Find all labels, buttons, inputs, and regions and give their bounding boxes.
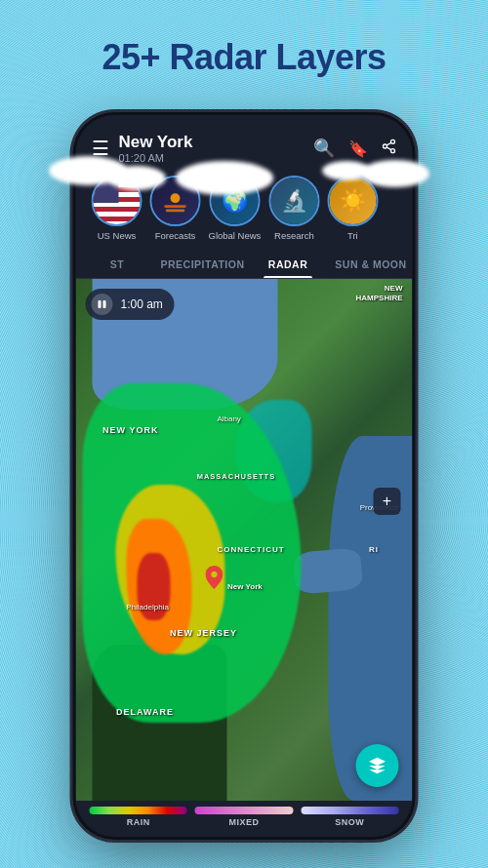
- channel-forecasts[interactable]: Forecasts: [150, 176, 201, 241]
- tab-radar[interactable]: RADAR: [247, 251, 330, 278]
- water-long-island-sound: [293, 547, 363, 595]
- channel-circle-tri: ☀️: [327, 176, 378, 226]
- time-control[interactable]: 1:00 am: [86, 289, 175, 320]
- time-display: 01:20 AM: [119, 152, 193, 164]
- channel-circle-us-news: [92, 176, 142, 226]
- layers-button[interactable]: [356, 744, 399, 787]
- research-icon: 🔬: [270, 178, 317, 224]
- playback-time: 1:00 am: [121, 297, 163, 311]
- svg-point-5: [171, 193, 181, 203]
- hamburger-icon[interactable]: ☰: [92, 137, 109, 160]
- city-name: New York: [119, 133, 193, 152]
- forecast-icon: [152, 178, 199, 224]
- header-left: ☰ New York 01:20 AM: [92, 133, 193, 164]
- channel-label-global-news: Global News: [209, 230, 262, 241]
- channel-circle-research: 🔬: [268, 176, 319, 226]
- bookmark-icon[interactable]: 🔖: [348, 139, 368, 158]
- phone-content: ☰ New York 01:20 AM 🔍 🔖: [76, 115, 413, 837]
- legend-snow-label: SNOW: [335, 817, 364, 827]
- label-ri: RI: [369, 545, 379, 554]
- legend-rain-gradient: [90, 807, 187, 814]
- share-icon[interactable]: [382, 138, 397, 158]
- search-icon[interactable]: 🔍: [313, 138, 335, 159]
- svg-line-4: [386, 142, 391, 145]
- page-title: 25+ Radar Layers: [0, 37, 488, 78]
- tab-st[interactable]: ST: [76, 251, 159, 278]
- channel-research[interactable]: 🔬 Research: [268, 176, 319, 241]
- legend-mixed-gradient: [195, 807, 293, 814]
- phone-header: ☰ New York 01:20 AM 🔍 🔖: [76, 115, 413, 251]
- channel-us-news[interactable]: US News: [92, 176, 142, 241]
- global-icon: 🌍: [211, 178, 258, 224]
- label-philadelphia: Philadelphia: [126, 603, 169, 612]
- us-flag-icon: [94, 178, 141, 224]
- header-icons: 🔍 🔖: [313, 138, 397, 159]
- label-delaware: DELAWARE: [116, 707, 174, 717]
- svg-rect-8: [99, 300, 102, 308]
- svg-rect-7: [166, 209, 185, 212]
- header-top-bar: ☰ New York 01:20 AM 🔍 🔖: [92, 133, 397, 164]
- channel-circle-global-news: 🌍: [209, 176, 260, 226]
- pin-label: New York: [227, 582, 263, 591]
- svg-rect-6: [164, 205, 185, 208]
- map-area[interactable]: 1:00 am NEW YORK NEWHAMPSHIRE MASSACHUSE…: [76, 279, 413, 801]
- channels-row: US News Forecasts: [92, 176, 397, 251]
- tab-precipitation[interactable]: PRECIPITATION: [158, 251, 246, 278]
- pause-button[interactable]: [92, 294, 113, 315]
- label-new-hampshire: NEWHAMPSHIRE: [355, 284, 402, 302]
- svg-point-0: [391, 139, 395, 143]
- channel-tri[interactable]: ☀️ Tri: [327, 176, 378, 241]
- legend-bar: RAIN MIXED SNOW: [76, 801, 413, 837]
- svg-rect-9: [103, 300, 106, 308]
- channel-label-research: Research: [274, 230, 314, 241]
- label-connecticut: CONNECTICUT: [217, 545, 284, 554]
- legend-mixed-label: MIXED: [228, 817, 259, 827]
- label-new-york-state: NEW YORK: [102, 425, 158, 435]
- legend-rain-label: RAIN: [127, 817, 150, 827]
- legend-rain: RAIN: [90, 807, 187, 827]
- channel-label-us-news: US News: [98, 230, 137, 241]
- location-pin: New York: [206, 566, 263, 593]
- svg-line-3: [386, 147, 391, 150]
- svg-point-2: [391, 149, 395, 153]
- phone-frame: ☰ New York 01:20 AM 🔍 🔖: [76, 115, 413, 837]
- zoom-in-button[interactable]: +: [374, 488, 401, 515]
- nav-tabs: ST PRECIPITATION RADAR SUN & MOON: [76, 251, 413, 279]
- label-albany: Albany: [217, 414, 240, 423]
- channel-label-tri: Tri: [347, 230, 358, 241]
- legend-mixed: MIXED: [195, 807, 293, 827]
- legend-snow: SNOW: [301, 807, 398, 827]
- channel-circle-forecasts: [150, 176, 201, 226]
- legend-snow-gradient: [301, 807, 398, 814]
- location-info: New York 01:20 AM: [119, 133, 193, 164]
- label-massachusetts: MASSACHUSETTS: [197, 472, 276, 481]
- svg-point-1: [384, 144, 387, 148]
- tri-icon: ☀️: [329, 178, 376, 224]
- label-new-jersey: NEW JERSEY: [170, 628, 237, 638]
- channel-label-forecasts: Forecasts: [155, 230, 196, 241]
- channel-global-news[interactable]: 🌍 Global News: [209, 176, 262, 241]
- tab-sun-moon[interactable]: SUN & MOON: [330, 251, 413, 278]
